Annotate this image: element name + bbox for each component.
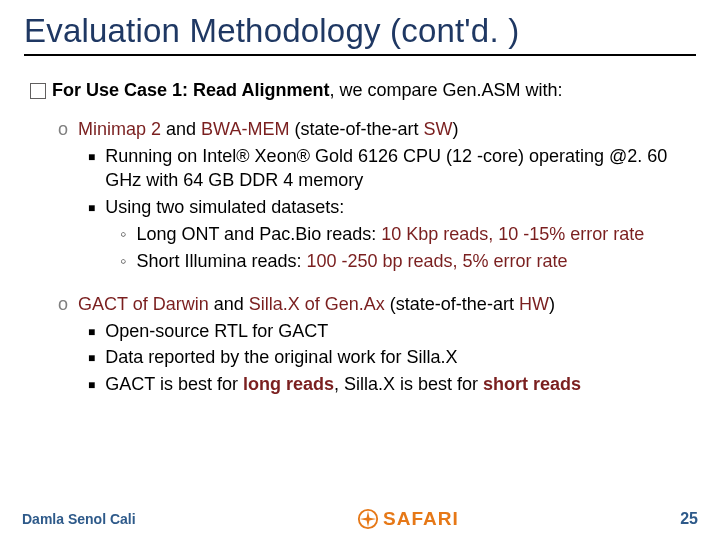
square-bullet-icon: ■ — [88, 200, 95, 220]
text: For Use Case 1: Read Alignment, we compa… — [52, 78, 563, 103]
safari-logo: SAFARI — [357, 508, 459, 530]
text: Long ONT and Pac.Bio reads: 10 Kbp reads… — [136, 222, 644, 247]
text: Using two simulated datasets: — [105, 195, 344, 220]
bullet-level2: ■ GACT is best for long reads, Silla.X i… — [88, 372, 692, 397]
circle-bullet-icon: o — [58, 117, 68, 142]
t: Short Illumina reads: — [136, 251, 306, 271]
bullet-level3: ◦ Long ONT and Pac.Bio reads: 10 Kbp rea… — [120, 222, 692, 247]
slide-body: For Use Case 1: Read Alignment, we compa… — [28, 78, 692, 397]
t: 10 Kbp reads, 10 -15% error rate — [381, 224, 644, 244]
t: Minimap 2 — [78, 119, 161, 139]
bullet-level2: ■ Using two simulated datasets: — [88, 195, 692, 220]
text: Data reported by the original work for S… — [105, 345, 457, 370]
compass-icon — [357, 508, 379, 530]
t: GACT of Darwin — [78, 294, 209, 314]
bullet-level2: ■ Running on Intel® Xeon® Gold 6126 CPU … — [88, 144, 692, 194]
t: (state-of-the-art — [289, 119, 423, 139]
text: GACT is best for long reads, Silla.X is … — [105, 372, 581, 397]
bullet-level0: For Use Case 1: Read Alignment, we compa… — [30, 78, 692, 103]
t: and — [209, 294, 249, 314]
t: Long ONT and Pac.Bio reads: — [136, 224, 381, 244]
text: GACT of Darwin and Silla.X of Gen.Ax (st… — [78, 292, 555, 317]
author-name: Damla Senol Cali — [22, 511, 136, 527]
page-number: 25 — [680, 510, 698, 528]
text: Short Illumina reads: 100 -250 bp reads,… — [136, 249, 567, 274]
square-bullet-icon: ■ — [88, 149, 95, 194]
slide-title: Evaluation Methodology (cont'd. ) — [24, 12, 696, 56]
bullet-level1: o GACT of Darwin and Silla.X of Gen.Ax (… — [58, 292, 692, 317]
text: Running on Intel® Xeon® Gold 6126 CPU (1… — [105, 144, 692, 194]
t: 100 -250 bp reads, 5% error rate — [306, 251, 567, 271]
t: long reads — [243, 374, 334, 394]
footer: Damla Senol Cali SAFARI 25 — [0, 508, 720, 530]
square-bullet-icon: ■ — [88, 377, 95, 397]
t: For Use Case 1: Read Alignment — [52, 80, 329, 100]
t: Silla.X of Gen.Ax — [249, 294, 385, 314]
t: BWA-MEM — [201, 119, 289, 139]
square-bullet-icon: ■ — [88, 350, 95, 370]
slide: Evaluation Methodology (cont'd. ) For Us… — [0, 0, 720, 397]
t: , Silla.X is best for — [334, 374, 483, 394]
t: SW — [423, 119, 452, 139]
bullet-level3: ◦ Short Illumina reads: 100 -250 bp read… — [120, 249, 692, 274]
t: (state-of-the-art — [385, 294, 519, 314]
bullet-level2: ■ Data reported by the original work for… — [88, 345, 692, 370]
ring-bullet-icon: ◦ — [120, 222, 126, 247]
text: Open-source RTL for GACT — [105, 319, 328, 344]
circle-bullet-icon: o — [58, 292, 68, 317]
t: and — [161, 119, 201, 139]
t: , we compare Gen.ASM with: — [329, 80, 562, 100]
spacer — [28, 276, 692, 292]
t: GACT is best for — [105, 374, 243, 394]
logo-text: SAFARI — [383, 508, 459, 530]
square-bullet-icon: ■ — [88, 324, 95, 344]
bullet-level2: ■ Open-source RTL for GACT — [88, 319, 692, 344]
square-bullet-icon — [30, 83, 46, 99]
t: ) — [549, 294, 555, 314]
bullet-level1: o Minimap 2 and BWA-MEM (state-of-the-ar… — [58, 117, 692, 142]
ring-bullet-icon: ◦ — [120, 249, 126, 274]
t: short reads — [483, 374, 581, 394]
t: HW — [519, 294, 549, 314]
t: ) — [452, 119, 458, 139]
text: Minimap 2 and BWA-MEM (state-of-the-art … — [78, 117, 458, 142]
